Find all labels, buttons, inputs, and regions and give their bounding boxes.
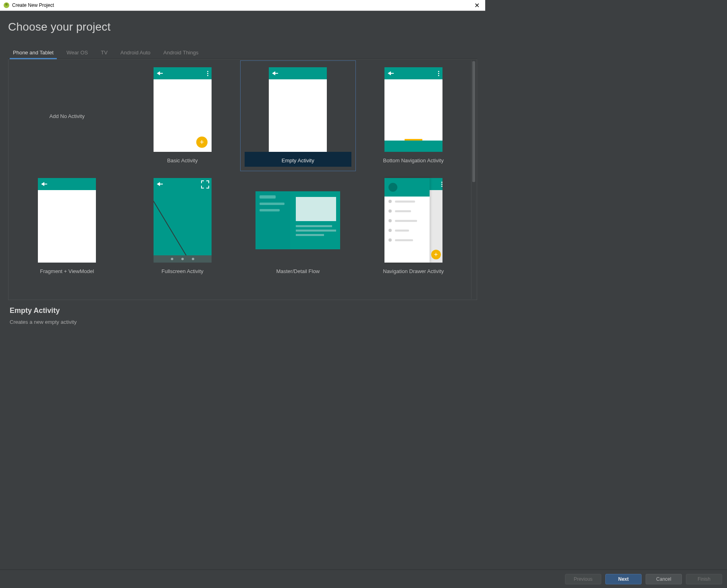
template-bottom-navigation-activity[interactable]: Bottom Navigation Activity — [356, 60, 472, 171]
template-add-no-activity[interactable]: Add No Activity — [9, 60, 125, 171]
tab-tv[interactable]: TV — [100, 47, 108, 59]
thumbnail-empty-activity — [269, 67, 327, 152]
fab-icon: + — [196, 137, 208, 148]
template-label: Basic Activity — [129, 152, 236, 167]
scrollbar-thumb[interactable] — [472, 61, 475, 182]
template-navigation-drawer-activity[interactable]: + Navigation Drawer Activity — [356, 171, 472, 282]
thumbnail-navigation-drawer: + — [384, 178, 442, 263]
thumbnail-bottom-navigation — [384, 67, 442, 152]
tabs: Phone and Tablet Wear OS TV Android Auto… — [8, 47, 477, 59]
bottom-nav-bar-icon — [384, 141, 442, 152]
thumbnail-master-detail — [255, 191, 340, 249]
close-icon[interactable]: ✕ — [472, 2, 482, 9]
template-label: Empty Activity — [245, 152, 351, 167]
window-title: Create New Project — [12, 2, 54, 8]
tab-wear-os[interactable]: Wear OS — [66, 47, 89, 59]
template-label: Add No Activity — [14, 108, 120, 122]
selection-description: Empty Activity Creates a new empty activ… — [8, 300, 477, 325]
thumbnail-fragment-viewmodel — [38, 178, 96, 263]
android-studio-icon — [3, 2, 10, 8]
template-master-detail-flow[interactable]: Master/Detail Flow — [240, 171, 356, 282]
template-gallery: Add No Activity + Basic Activity — [8, 59, 477, 300]
back-arrow-icon — [41, 182, 44, 186]
selection-title: Empty Activity — [10, 306, 476, 315]
template-empty-activity[interactable]: Empty Activity — [240, 60, 356, 171]
thumbnail-fullscreen — [154, 178, 212, 263]
tab-phone-and-tablet[interactable]: Phone and Tablet — [12, 47, 54, 59]
avatar-icon — [388, 183, 397, 192]
more-icon — [438, 71, 439, 76]
scrollbar[interactable] — [471, 60, 476, 299]
titlebar: Create New Project ✕ — [0, 0, 485, 11]
fab-icon: + — [431, 250, 441, 259]
template-basic-activity[interactable]: + Basic Activity — [125, 60, 241, 171]
template-label: Fullscreen Activity — [129, 263, 236, 277]
fullscreen-icon — [201, 180, 209, 188]
systembar-icon — [154, 255, 212, 263]
thumbnail-basic-activity: + — [154, 67, 212, 152]
template-label: Master/Detail Flow — [245, 263, 351, 277]
template-label: Fragment + ViewModel — [14, 263, 120, 277]
template-fragment-viewmodel[interactable]: Fragment + ViewModel — [9, 171, 125, 282]
more-icon — [207, 71, 208, 76]
page-title: Choose your project — [8, 21, 477, 33]
back-arrow-icon — [157, 182, 160, 186]
template-label: Bottom Navigation Activity — [360, 152, 467, 167]
back-arrow-icon — [157, 71, 160, 75]
template-label: Navigation Drawer Activity — [360, 263, 467, 277]
back-arrow-icon — [272, 71, 275, 75]
selection-text: Creates a new empty activity — [10, 319, 476, 325]
tab-android-auto[interactable]: Android Auto — [120, 47, 151, 59]
svg-point-1 — [5, 3, 8, 6]
back-arrow-icon — [388, 71, 391, 75]
template-fullscreen-activity[interactable]: Fullscreen Activity — [125, 171, 241, 282]
appbar-more-icon — [430, 178, 442, 190]
tab-android-things[interactable]: Android Things — [162, 47, 199, 59]
